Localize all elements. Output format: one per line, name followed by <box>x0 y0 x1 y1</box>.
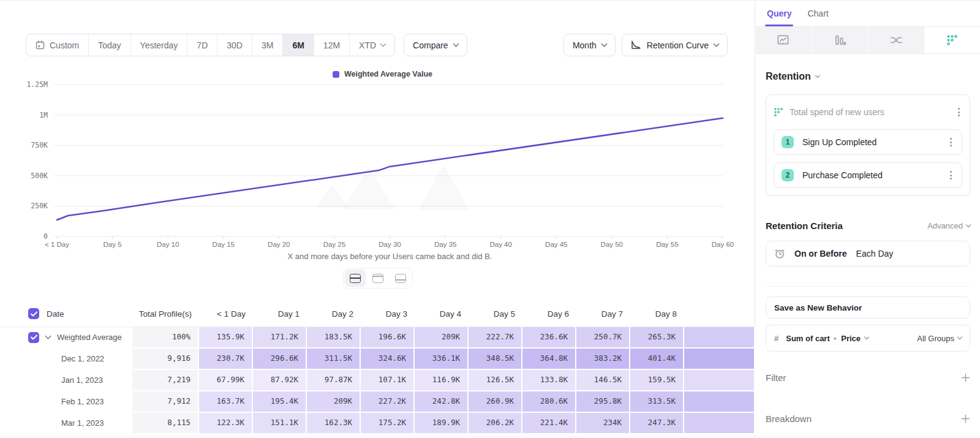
kebab-menu-icon[interactable] <box>948 168 954 182</box>
retention-value-cell: 324.6K <box>361 349 415 370</box>
total-profiles-cell: 7,912 <box>132 391 199 413</box>
retention-value-cell: 67.99K <box>199 370 253 391</box>
chart-controls-toolbar: Month Retention Curve <box>564 34 728 56</box>
split-view-icon <box>350 274 361 283</box>
table-header-row: DateTotal Profile(s)< 1 DayDay 1Day 2Day… <box>0 301 755 327</box>
add-filter-button[interactable] <box>961 373 970 382</box>
tab-flows[interactable] <box>868 27 924 53</box>
range-3m-button[interactable]: 3M <box>252 34 282 56</box>
chart-type-dropdown[interactable]: Retention Curve <box>622 34 728 56</box>
behavior-header: Total spend of new users <box>774 102 962 122</box>
retention-icon <box>946 34 958 46</box>
expand-chevron-icon[interactable] <box>45 333 51 339</box>
watermark-triangle <box>315 184 349 208</box>
y-axis-tick: 500K <box>31 172 48 180</box>
retention-table: DateTotal Profile(s)< 1 DayDay 1Day 2Day… <box>0 301 755 434</box>
date-range-toolbar: CustomTodayYesterday7D30D3M6M12MXTD Comp… <box>26 34 467 56</box>
measure-subproperty-dropdown[interactable]: Price <box>841 334 861 343</box>
row-label[interactable]: Feb 1, 2023 <box>61 392 104 412</box>
retention-value-cell: 183.5K <box>307 327 361 349</box>
retention-value-cell: 87.92K <box>253 370 307 391</box>
add-breakdown-button[interactable] <box>961 414 970 423</box>
total-profiles-cell: 7,219 <box>132 370 199 391</box>
legend-swatch <box>333 71 339 78</box>
retention-value-cell: 401.4K <box>630 349 684 370</box>
x-axis-tick: Day 60 <box>712 241 734 248</box>
retention-value-cell-cut <box>684 391 755 413</box>
criteria-condition-dropdown[interactable]: On or Before <box>794 249 847 259</box>
retention-value-cell: 151.1K <box>253 413 307 434</box>
save-as-new-behavior-button[interactable]: Save as New Behavior <box>766 296 970 319</box>
query-panel: Query Chart Retention <box>756 1 980 438</box>
measure-property-dropdown[interactable]: Sum of cart <box>786 334 830 343</box>
range-6m-button[interactable]: 6M <box>282 34 313 56</box>
range-custom-button[interactable]: Custom <box>26 34 88 56</box>
tab-chart[interactable]: Chart <box>807 1 828 26</box>
y-axis-tick: 750K <box>31 141 48 149</box>
tab-retention[interactable] <box>924 27 980 53</box>
column-header: Day 4 <box>415 309 469 319</box>
tab-funnels[interactable] <box>812 27 869 53</box>
row-label[interactable]: Mar 1, 2023 <box>61 413 104 433</box>
retention-value-cell: 227.2K <box>361 391 415 413</box>
row-label[interactable]: Dec 1, 2022 <box>61 349 104 369</box>
split-view-toggle[interactable] <box>345 270 366 287</box>
all-groups-dropdown[interactable]: All Groups <box>917 334 962 343</box>
legend-label: Weighted Average Value <box>344 70 432 78</box>
retention-value-cell: 336.1K <box>415 349 469 370</box>
flows-icon <box>890 35 903 45</box>
range-7d-button[interactable]: 7D <box>187 34 217 56</box>
row-label[interactable]: Weighted Average ... <box>57 328 125 347</box>
range-yesterday-button[interactable]: Yesterday <box>130 34 187 56</box>
chart-legend: Weighted Average Value <box>0 70 755 78</box>
retention-value-cell: 383.2K <box>576 349 630 370</box>
y-axis-tick: 1.25M <box>26 80 48 89</box>
y-axis-tick: 0 <box>43 232 48 241</box>
date-cell: Mar 1, 2023 <box>0 413 132 434</box>
select-all-checkbox[interactable] <box>28 308 39 319</box>
advanced-dropdown[interactable]: Advanced <box>927 221 970 230</box>
caret-right-icon: ▸ <box>834 335 837 341</box>
retention-value-cell: 348.5K <box>469 349 522 370</box>
range-30d-button[interactable]: 30D <box>217 34 252 56</box>
granularity-dropdown[interactable]: Month <box>564 34 616 56</box>
y-axis-tick: 250K <box>31 202 48 210</box>
retention-value-cell: 236.6K <box>522 327 576 349</box>
date-cell: Weighted Average ... <box>0 327 132 349</box>
row-label[interactable]: Jan 1, 2023 <box>61 371 103 390</box>
chevron-down-icon <box>957 334 962 339</box>
x-axis-tick: Day 30 <box>379 241 401 248</box>
retention-value-cell: 171.2K <box>253 327 307 349</box>
criteria-window-dropdown[interactable]: Each Day <box>856 249 894 259</box>
event-step-2[interactable]: 2 Purchase Completed <box>774 162 962 188</box>
column-header: Day 3 <box>361 309 415 319</box>
total-profiles-cell: 8,115 <box>132 413 199 434</box>
report-type-tabs <box>756 27 980 54</box>
chart-view-toggle[interactable] <box>368 270 388 287</box>
table-view-toggle[interactable] <box>390 270 411 287</box>
retention-curve-chart: 0250K500K750K1M1.25M< 1 DayDay 5Day 10Da… <box>0 80 755 267</box>
filter-section: Filter <box>766 372 970 383</box>
kebab-menu-icon[interactable] <box>956 105 962 119</box>
x-axis-caption: X and more days before your Users came b… <box>288 252 492 261</box>
compare-button[interactable]: Compare <box>404 34 467 56</box>
range-xtd-button[interactable]: XTD <box>349 34 394 56</box>
tab-query[interactable]: Query <box>767 1 791 26</box>
event-step-1[interactable]: 1 Sign Up Completed <box>774 129 962 155</box>
range-12m-button[interactable]: 12M <box>314 34 349 56</box>
retention-value-cell-cut <box>684 349 755 370</box>
retention-value-cell: 159.5K <box>630 370 684 391</box>
retention-section-dropdown[interactable]: Retention <box>766 71 970 82</box>
row-checkbox[interactable] <box>28 332 39 343</box>
tab-insights[interactable] <box>756 27 812 53</box>
retention-value-cell: 234K <box>576 413 630 434</box>
x-axis-tick: Day 40 <box>489 241 511 248</box>
retention-value-cell: 280.6K <box>522 391 576 413</box>
breakdown-section: Breakdown <box>766 413 970 424</box>
kebab-menu-icon[interactable] <box>948 135 954 149</box>
watermark-triangle <box>418 165 469 210</box>
range-today-button[interactable]: Today <box>88 34 130 56</box>
total-profiles-cell: 100% <box>132 327 199 349</box>
table-view-icon <box>395 274 406 283</box>
compare-label: Compare <box>413 40 448 50</box>
